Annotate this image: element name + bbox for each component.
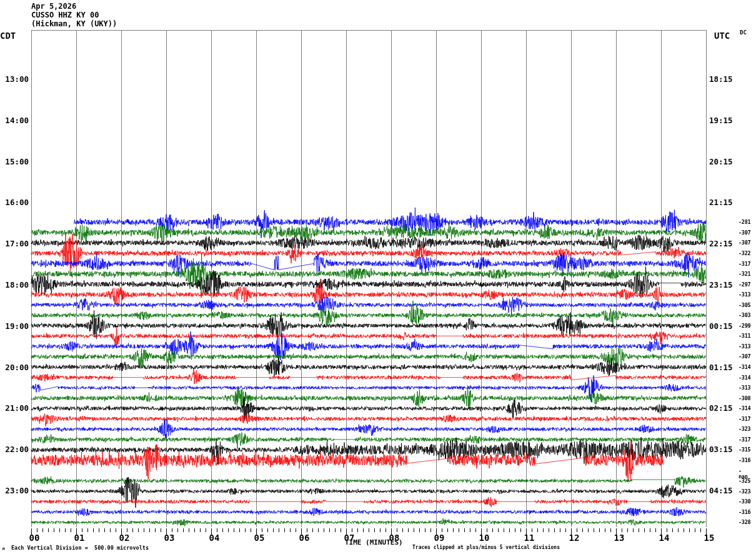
minute-label: 15 bbox=[701, 533, 717, 542]
dc-offset-value: -321 bbox=[739, 271, 750, 277]
dc-offset-value: -307 bbox=[739, 240, 750, 246]
plot-date: Apr 5,2026 bbox=[31, 2, 76, 11]
left-time-label: 19:00 bbox=[0, 322, 29, 331]
right-time-label: 01:15 bbox=[709, 363, 739, 372]
minute-label: 03 bbox=[161, 533, 177, 542]
dc-offset-value: -305 bbox=[739, 303, 750, 308]
dc-offset-value: -315 bbox=[739, 447, 750, 453]
footer-clip-note: Traces clipped at plus/minus 5 vertical … bbox=[412, 545, 560, 550]
left-time-label: 14:00 bbox=[0, 116, 29, 125]
right-time-label: 19:15 bbox=[709, 116, 739, 125]
right-time-label: 18:15 bbox=[709, 75, 739, 84]
left-timezone-label: CDT bbox=[0, 31, 16, 40]
dc-column-label: DC bbox=[740, 29, 747, 36]
dc-offset-value: -297 bbox=[739, 282, 750, 288]
minute-label: 00 bbox=[26, 533, 42, 542]
dc-offset-value: -328 bbox=[739, 520, 750, 525]
left-time-label: 21:00 bbox=[0, 404, 29, 413]
x-axis-title: TIME (MINUTES) bbox=[345, 538, 403, 546]
left-time-label: 20:00 bbox=[0, 363, 29, 372]
helicorder-page: { "header": { "date": "Apr 5,2026", "sta… bbox=[0, 0, 756, 554]
dc-offset-value: -313 bbox=[739, 385, 750, 391]
dc-offset-value: -330 bbox=[739, 499, 750, 505]
right-timezone-label: UTC bbox=[714, 31, 730, 40]
dc-offset-value: -313 bbox=[739, 292, 750, 298]
minute-label: 05 bbox=[251, 533, 267, 542]
dc-offset-value: -314 bbox=[739, 406, 750, 411]
right-time-label: 22:15 bbox=[709, 239, 739, 248]
minute-label: 06 bbox=[296, 533, 312, 542]
minute-label: 14 bbox=[656, 533, 672, 542]
dc-offset-value: -317 bbox=[739, 261, 750, 267]
minute-label: 09 bbox=[431, 533, 447, 542]
dc-offset-value: -303 bbox=[739, 313, 750, 318]
left-time-label: 22:00 bbox=[0, 445, 29, 454]
station-place: (Hickman, KY (UKY)) bbox=[31, 19, 117, 28]
left-time-label: 17:00 bbox=[0, 239, 29, 248]
right-time-label: 23:15 bbox=[709, 281, 739, 290]
left-time-label: 15:00 bbox=[0, 158, 29, 166]
left-time-label: 13:00 bbox=[0, 75, 29, 84]
minute-label: 12 bbox=[566, 533, 582, 542]
station-code: CUSSO HHZ KY 00 bbox=[31, 11, 99, 19]
left-time-label: 18:00 bbox=[0, 281, 29, 290]
left-time-label: 16:00 bbox=[0, 198, 29, 207]
left-time-label: 23:00 bbox=[0, 486, 29, 495]
minute-label: 01 bbox=[71, 533, 87, 542]
minute-label: 11 bbox=[521, 533, 537, 542]
dc-offset-value: -314 bbox=[739, 365, 750, 370]
dc-offset-value: -314 bbox=[739, 375, 750, 381]
corner-mark: M bbox=[2, 546, 5, 551]
dc-offset-value: -317 bbox=[739, 437, 750, 443]
dc-offset-value: -308 bbox=[739, 396, 750, 401]
right-time-label: 00:15 bbox=[709, 322, 739, 331]
dc-offset-value: -307 bbox=[739, 354, 750, 360]
minute-label: 10 bbox=[476, 533, 492, 542]
right-time-label: 03:15 bbox=[709, 445, 739, 454]
dc-offset-value: -307 bbox=[739, 230, 750, 236]
dc-offset-value: -316 bbox=[739, 458, 750, 463]
right-time-label: 21:15 bbox=[709, 198, 739, 207]
minute-label: 13 bbox=[611, 533, 627, 542]
dc-offset-value: -316 bbox=[739, 510, 750, 515]
right-time-label: 04:15 bbox=[709, 486, 739, 495]
dc-offset-value: -323 bbox=[739, 489, 750, 495]
right-time-label: 20:15 bbox=[709, 158, 739, 166]
dc-offset-value: -317 bbox=[739, 416, 750, 422]
dc-offset-value: -281 bbox=[739, 219, 750, 225]
dc-offset-value: -311 bbox=[739, 333, 750, 339]
footer-scale-note: Each Vertical Division = 500.00 microvol… bbox=[11, 545, 149, 551]
seismogram-canvas bbox=[0, 0, 756, 554]
minute-label: 02 bbox=[116, 533, 132, 542]
dc-offset-value: -325 bbox=[739, 478, 750, 484]
dc-offset-value: -299 bbox=[739, 323, 750, 329]
dc-offset-value: -313 bbox=[739, 344, 750, 350]
minute-label: 04 bbox=[206, 533, 222, 542]
dc-offset-value: -322 bbox=[739, 251, 750, 256]
right-time-label: 02:15 bbox=[709, 404, 739, 413]
dc-offset-value: -323 bbox=[739, 426, 750, 432]
